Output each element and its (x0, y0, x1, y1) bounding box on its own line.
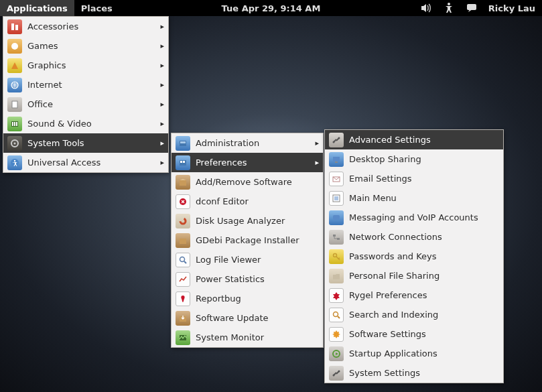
menu-item-rygel[interactable]: Rygel Preferences (325, 285, 503, 305)
system-tools-submenu: Administration ▸ Preferences ▸ Add/Remov… (171, 133, 324, 348)
chevron-right-icon: ▸ (157, 61, 164, 70)
menu-item-startup-applications[interactable]: Startup Applications (325, 344, 503, 363)
user-name-text: Ricky Lau (488, 3, 535, 13)
svg-point-14 (14, 159, 15, 161)
chevron-right-icon: ▸ (157, 22, 164, 31)
svg-rect-8 (12, 122, 13, 126)
preferences-icon (176, 155, 190, 170)
menu-item-universal-access[interactable]: Universal Access ▸ (3, 153, 168, 172)
menu-item-passwords-keys[interactable]: Passwords and Keys (325, 247, 503, 266)
menu-item-software-settings[interactable]: Software Settings (325, 324, 503, 344)
menu-item-preferences[interactable]: Preferences ▸ (172, 153, 323, 172)
svg-rect-9 (14, 122, 15, 126)
chat-icon[interactable] (466, 2, 478, 14)
menu-label: System Settings (349, 368, 499, 378)
universal-access-icon (7, 155, 22, 170)
menu-item-add-remove-software[interactable]: Add/Remove Software (172, 172, 323, 192)
menu-label: GDebi Package Installer (196, 235, 319, 245)
rygel-icon (329, 288, 344, 303)
menu-item-graphics[interactable]: Graphics ▸ (3, 56, 168, 75)
svg-rect-16 (180, 141, 186, 143)
accessibility-icon[interactable] (443, 2, 455, 14)
menu-item-reportbug[interactable]: Reportbug (172, 289, 323, 308)
svg-point-44 (333, 374, 335, 376)
package-icon (176, 175, 190, 190)
system-settings-icon (329, 366, 344, 381)
menu-label: System Monitor (196, 332, 319, 342)
menu-label: Administration (196, 138, 307, 148)
clock[interactable]: Tue Apr 29, 9:14 AM (222, 3, 321, 13)
menu-item-system-settings[interactable]: System Settings (325, 363, 503, 383)
menu-item-messaging[interactable]: Messaging and VoIP Accounts (325, 208, 503, 227)
svg-rect-2 (11, 23, 14, 30)
menu-item-log-viewer[interactable]: Log File Viewer (172, 250, 323, 269)
menu-item-disk-usage[interactable]: Disk Usage Analyzer (172, 211, 323, 231)
menu-label: Startup Applications (349, 348, 499, 358)
panel-indicator-area: Ricky Lau (420, 2, 542, 14)
software-settings-icon (329, 327, 344, 342)
menu-label: Main Menu (349, 193, 499, 203)
menu-item-games[interactable]: Games ▸ (3, 36, 168, 56)
menu-label: Preferences (196, 157, 307, 168)
applications-menu-button[interactable]: Applications (0, 0, 74, 16)
svg-point-24 (180, 257, 185, 261)
menu-item-advanced-settings[interactable]: Advanced Settings (325, 130, 503, 149)
datetime-text: Tue Apr 29, 9:14 AM (222, 3, 321, 13)
dconf-icon (176, 194, 190, 209)
menu-item-dconf-editor[interactable]: dconf Editor (172, 192, 323, 211)
menu-item-personal-file-sharing[interactable]: Personal File Sharing (325, 266, 503, 285)
menu-item-administration[interactable]: Administration ▸ (172, 133, 323, 153)
volume-icon[interactable] (420, 2, 432, 14)
menu-label: Desktop Sharing (349, 154, 499, 164)
menu-label: dconf Editor (196, 196, 319, 206)
svg-rect-19 (183, 161, 185, 163)
svg-point-22 (180, 218, 186, 224)
menu-item-office[interactable]: Office ▸ (3, 94, 168, 114)
menu-item-software-update[interactable]: Software Update (172, 308, 323, 328)
menu-label: Network Connections (349, 232, 499, 242)
applications-label: Applications (7, 3, 68, 13)
svg-rect-3 (15, 25, 18, 30)
svg-rect-20 (180, 180, 186, 186)
administration-icon (176, 136, 190, 151)
svg-point-41 (334, 312, 338, 316)
log-viewer-icon (176, 253, 190, 267)
main-menu-icon (329, 191, 344, 206)
menu-label: Personal File Sharing (349, 271, 499, 281)
menu-label: Accessories (27, 21, 152, 31)
menu-item-desktop-sharing[interactable]: Desktop Sharing (325, 149, 503, 169)
menu-item-sound-video[interactable]: Sound & Video ▸ (3, 114, 168, 133)
keys-icon (329, 249, 344, 264)
menu-label: Graphics (27, 60, 152, 70)
menu-item-system-tools[interactable]: System Tools ▸ (3, 133, 168, 153)
menu-item-accessories[interactable]: Accessories ▸ (3, 17, 168, 36)
svg-rect-6 (12, 101, 17, 108)
places-menu-button[interactable]: Places (74, 0, 119, 16)
menu-item-gdebi[interactable]: GDebi Package Installer (172, 231, 323, 250)
places-label: Places (81, 3, 113, 13)
svg-point-4 (11, 43, 18, 50)
svg-rect-37 (333, 215, 340, 220)
menu-label: Search and Indexing (349, 310, 499, 320)
user-menu[interactable]: Ricky Lau (488, 3, 535, 13)
menu-label: Reportbug (196, 293, 319, 304)
menu-label: Games (27, 41, 152, 51)
menu-item-main-menu[interactable]: Main Menu (325, 188, 503, 208)
menu-item-system-monitor[interactable]: System Monitor (172, 328, 323, 347)
gdebi-icon (176, 233, 190, 248)
reportbug-icon (176, 291, 190, 306)
chevron-right-icon: ▸ (312, 158, 319, 167)
search-icon (329, 308, 344, 322)
network-icon (329, 230, 344, 245)
svg-point-45 (338, 370, 340, 372)
menu-item-email-settings[interactable]: Email Settings (325, 169, 503, 188)
svg-rect-30 (333, 157, 340, 161)
email-icon (329, 172, 344, 186)
menu-item-network-connections[interactable]: Network Connections (325, 227, 503, 247)
svg-rect-1 (467, 4, 476, 10)
svg-point-29 (338, 137, 340, 139)
menu-item-search-indexing[interactable]: Search and Indexing (325, 305, 503, 324)
svg-point-40 (334, 253, 337, 257)
menu-item-power-stats[interactable]: Power Statistics (172, 269, 323, 289)
menu-item-internet[interactable]: Internet ▸ (3, 75, 168, 94)
